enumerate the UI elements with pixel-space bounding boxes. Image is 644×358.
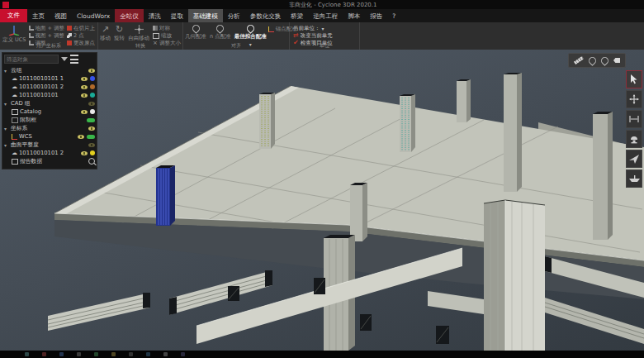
report-icon — [12, 159, 18, 165]
panel-menu-icon[interactable] — [70, 55, 78, 64]
tree-label: 10110010101 2 — [19, 150, 64, 156]
tab-help[interactable]: ? — [387, 9, 400, 22]
ucs-ground-adjust-button[interactable]: 地面 + 调整 — [29, 25, 65, 31]
fly-icon — [629, 155, 639, 164]
tab-reverse-eng[interactable]: 逆向工程 — [308, 9, 343, 22]
expander-icon[interactable]: ▾ — [4, 101, 9, 107]
tab-extract[interactable]: 提取 — [166, 9, 188, 22]
taskbar-app-icon[interactable] — [181, 352, 185, 356]
tree-item-surface-flatness[interactable]: ▾ 曲面平整度 — [4, 141, 95, 149]
change-unit-icon: ⇄ — [293, 32, 299, 39]
visibility-eye-icon[interactable] — [88, 102, 95, 106]
ribbon-group-label: 转换 — [98, 42, 182, 50]
fly-tool-button[interactable] — [626, 150, 642, 168]
taskbar-app-icon[interactable] — [129, 352, 133, 356]
pan-tool-button[interactable] — [626, 90, 642, 108]
cloud-icon: ☁ — [12, 75, 17, 82]
ucs-view-adjust-button[interactable]: 视图 + 调整 — [29, 32, 65, 39]
scale-button[interactable]: 缩放 — [153, 32, 181, 39]
taskbar-app-icon[interactable] — [42, 352, 46, 356]
tree-label: 限制框 — [20, 116, 36, 124]
filter-funnel-icon[interactable] — [61, 57, 68, 61]
magnifier-icon[interactable] — [88, 158, 95, 165]
tree-item-wcs[interactable]: WCS — [12, 132, 95, 141]
title-bar: 非商业化 - Cyclone 3DR 2020.1 — [0, 0, 644, 9]
ucs-two-point-button[interactable]: 2 点 — [67, 32, 95, 39]
visibility-eye-icon[interactable] — [81, 77, 88, 81]
taskbar-app-icon[interactable] — [59, 352, 64, 356]
measure-distance-button[interactable] — [626, 110, 642, 128]
walk-icon — [629, 175, 640, 183]
toggle-on-icon[interactable] — [87, 135, 95, 139]
walk-tool-button[interactable] — [626, 169, 642, 188]
visibility-eye-icon[interactable] — [88, 126, 95, 131]
color-dot — [90, 76, 95, 81]
ribbon: 定义 UCS 地面 + 调整 视图 + 调整 调整 在切片上 2 — [0, 22, 644, 50]
wcs-axis-icon — [12, 134, 17, 140]
color-dot — [90, 93, 95, 98]
viewport-3d[interactable]: ▾ 云组 ☁ 10110010101 1 ☁ 10110010101 2 ☁ 1… — [0, 50, 644, 351]
tab-bridge[interactable]: 桥梁 — [286, 9, 308, 22]
tab-script[interactable]: 脚本 — [343, 9, 365, 22]
expander-icon[interactable]: ▾ — [4, 126, 9, 131]
expander-icon[interactable]: ▾ — [4, 142, 9, 148]
tree-item-cloud-3[interactable]: ☁ 10110010101 — [12, 91, 95, 99]
tab-home[interactable]: 主页 — [27, 9, 50, 22]
expander-icon[interactable]: ▾ — [4, 68, 9, 74]
angle-measure-icon[interactable] — [599, 55, 610, 66]
ribbon-group-label: 对齐 — [183, 42, 289, 50]
tab-report[interactable]: 报告 — [365, 9, 387, 22]
tree-label: 10110010101 1 — [19, 75, 64, 82]
point-measure-icon[interactable] — [587, 55, 598, 66]
taskbar-app-icon[interactable] — [77, 352, 81, 356]
measure-icon[interactable] — [574, 56, 584, 64]
orbit-tool-button[interactable] — [626, 130, 642, 148]
tree-item-cloud-2[interactable]: ☁ 10110010101 2 — [12, 83, 95, 91]
toggle-on-icon[interactable] — [87, 118, 95, 122]
tab-total-station[interactable]: 全站仪 — [115, 9, 144, 22]
tree-item-catalog[interactable]: Catalog — [12, 107, 95, 116]
tree-item-flatness-cloud[interactable]: ☁ 10110010101 2 — [12, 149, 95, 157]
select-tool-button[interactable] — [626, 70, 642, 88]
navigation-toolbar — [626, 70, 642, 188]
tab-parametric[interactable]: 参数化交换 — [245, 9, 286, 22]
tab-clean[interactable]: 清洗 — [144, 9, 166, 22]
tab-view[interactable]: 视图 — [50, 9, 72, 22]
taskbar-app-icon[interactable] — [94, 352, 98, 356]
ucs-on-slice-button[interactable]: 在切片上 — [67, 25, 95, 31]
tree-label: 报告数据 — [20, 157, 42, 165]
tree-item-cloud-1[interactable]: ☁ 10110010101 1 — [12, 74, 95, 83]
taskbar-app-icon[interactable] — [25, 352, 29, 356]
tab-analysis[interactable]: 分析 — [223, 9, 245, 22]
visibility-eye-icon[interactable] — [81, 151, 88, 155]
tag-icon[interactable] — [613, 58, 620, 63]
mirror-button[interactable]: 对称 — [153, 25, 181, 31]
ucs-item-label: 视图 + 调整 — [36, 32, 65, 40]
tab-file[interactable]: 文件 — [0, 9, 27, 22]
visibility-eye-icon[interactable] — [88, 143, 95, 147]
change-current-unit-button[interactable]: ⇄ 改变当前单元 — [293, 32, 359, 39]
taskbar-app-icon[interactable] — [163, 352, 168, 356]
filter-input[interactable] — [4, 55, 59, 64]
mirror-label: 对称 — [159, 25, 170, 32]
anchor-registration-icon — [268, 26, 274, 32]
taskbar-app-icon[interactable] — [111, 352, 116, 356]
on-slice-icon — [67, 26, 72, 31]
visibility-eye-icon[interactable] — [88, 69, 95, 73]
visibility-eye-icon[interactable] — [81, 85, 88, 89]
window-title: 非商业化 - Cyclone 3DR 2020.1 — [289, 1, 376, 9]
visibility-eye-icon[interactable] — [81, 110, 88, 114]
visibility-eye-icon[interactable] — [78, 135, 84, 139]
current-unit-dropdown[interactable]: 当前单位： ▾ — [293, 25, 359, 31]
tab-cloudworx[interactable]: CloudWorx — [72, 9, 115, 22]
tree-item-cad-group[interactable]: ▾ CAD 组 — [4, 99, 95, 107]
tree-item-report-data[interactable]: 报告数据 — [12, 157, 95, 165]
tree-item-coordinate-systems[interactable]: ▾ 坐标系 — [4, 124, 95, 132]
tree-label: CAD 组 — [11, 99, 31, 107]
tree-item-clouds-group[interactable]: ▾ 云组 — [4, 66, 95, 74]
visibility-eye-icon[interactable] — [81, 93, 88, 98]
taskbar-app-icon[interactable] — [146, 352, 150, 356]
tab-base-modeling[interactable]: 基础建模 — [188, 9, 223, 22]
view-adjust-icon — [29, 33, 34, 38]
tree-item-limit-box[interactable]: 限制框 — [12, 116, 95, 124]
